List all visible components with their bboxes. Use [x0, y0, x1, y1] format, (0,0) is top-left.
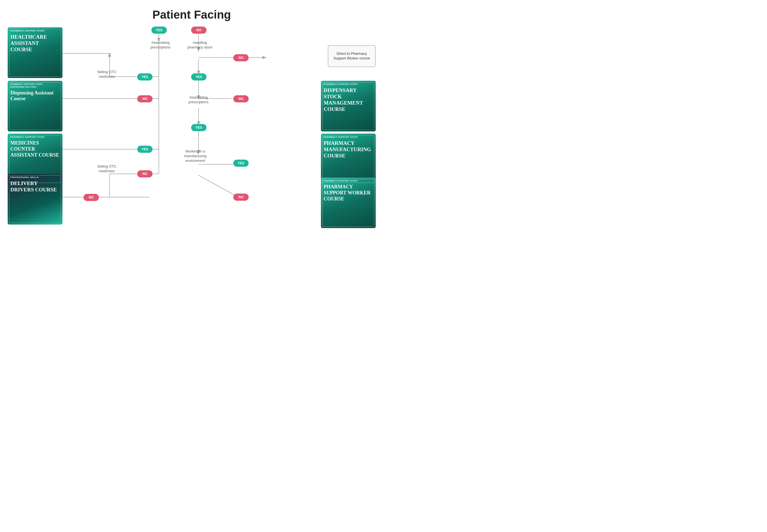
- healthcare-tag: PHARMACY SUPPORT STAFF: [10, 30, 60, 32]
- label-handling: Handlingpharmacy stock: [183, 41, 216, 50]
- delivery-title: DELIVERY DRIVERS COURSE: [10, 180, 60, 193]
- pill-no-selling-otc2: NO: [137, 170, 153, 177]
- pharmacy-mfg-title: PHARMACY MANUFACTURING COURSE: [324, 140, 373, 159]
- dispensary-stock-card[interactable]: PHARMACY SUPPORT STAFF DISPENSARY STOCK …: [321, 81, 376, 131]
- pharmacy-mfg-tag: PHARMACY SUPPORT STAFF: [324, 136, 373, 139]
- label-selling-otc1: Selling OTCmedicines: [90, 70, 123, 79]
- pharmacy-support-tag: PHARMACY SUPPORT STAFF: [324, 180, 373, 182]
- pill-yes-assembling-right: YES: [191, 124, 206, 131]
- pharmacy-support-title: PHARMACY SUPPORT WORKER COURSE: [324, 184, 373, 202]
- page: Patient Facing: [0, 0, 383, 266]
- pill-yes-selling-otc: YES: [137, 73, 153, 80]
- pill-no-handling-direct: NO: [233, 54, 249, 61]
- dispensing-title: Dispensing Assistant Course: [10, 90, 60, 102]
- dispensary-stock-title: DISPENSARY STOCK MANAGEMENT COURSE: [324, 87, 373, 112]
- medicines-tag: PHARMACY SUPPORT STAFF: [10, 136, 60, 139]
- healthcare-card[interactable]: PHARMACY SUPPORT STAFF HEALTHCARE ASSIST…: [8, 27, 62, 78]
- page-title: Patient Facing: [0, 0, 383, 24]
- pill-yes-top-left: YES: [151, 27, 167, 34]
- pharmacy-support-card[interactable]: PHARMACY SUPPORT STAFF PHARMACY SUPPORT …: [321, 177, 376, 228]
- pharmacy-mfg-card[interactable]: PHARMACY SUPPORT STAFF PHARMACY MANUFACT…: [321, 134, 376, 184]
- dispensary-stock-tag: PHARMACY SUPPORT STAFF: [324, 83, 373, 86]
- label-assembling2: Assemblingprescriptions: [183, 95, 214, 105]
- pill-no-top-right: NO: [191, 27, 206, 34]
- direct-box-text: Direct to Pharmacy Support Worker course: [331, 51, 373, 61]
- pill-no-assembling-stock: NO: [233, 95, 249, 102]
- pill-no-support-worker: NO: [233, 194, 249, 201]
- delivery-card[interactable]: PROFESSIONAL SKILLS DELIVERY DRIVERS COU…: [8, 174, 62, 225]
- label-assembling1: Assemblingprescriptions: [147, 41, 174, 50]
- pill-yes-medicines: YES: [137, 146, 153, 153]
- dispensing-card[interactable]: PHARMACY SUPPORT STAFFDISPENSING DOCTORS…: [8, 81, 62, 131]
- label-selling-otc2: Selling OTCmedicines: [90, 164, 123, 174]
- dispensing-tag: PHARMACY SUPPORT STAFFDISPENSING DOCTORS: [10, 83, 60, 88]
- healthcare-title: HEALTHCARE ASSISTANT COURSE: [10, 34, 60, 53]
- delivery-tag: PROFESSIONAL SKILLS: [10, 176, 60, 179]
- pill-no-delivery: NO: [84, 194, 99, 201]
- svg-line-19: [199, 175, 238, 197]
- medicines-title: MEDICINES COUNTER ASSISTANT COURSE: [10, 140, 60, 158]
- pill-yes-manufacturing: YES: [233, 160, 249, 167]
- pill-no-dispensing: NO: [137, 95, 153, 102]
- pill-yes-handling: YES: [191, 73, 206, 80]
- direct-box: Direct to Pharmacy Support Worker course: [328, 45, 376, 67]
- label-working-mfg: Working in amanufacturingenvironment: [177, 149, 213, 163]
